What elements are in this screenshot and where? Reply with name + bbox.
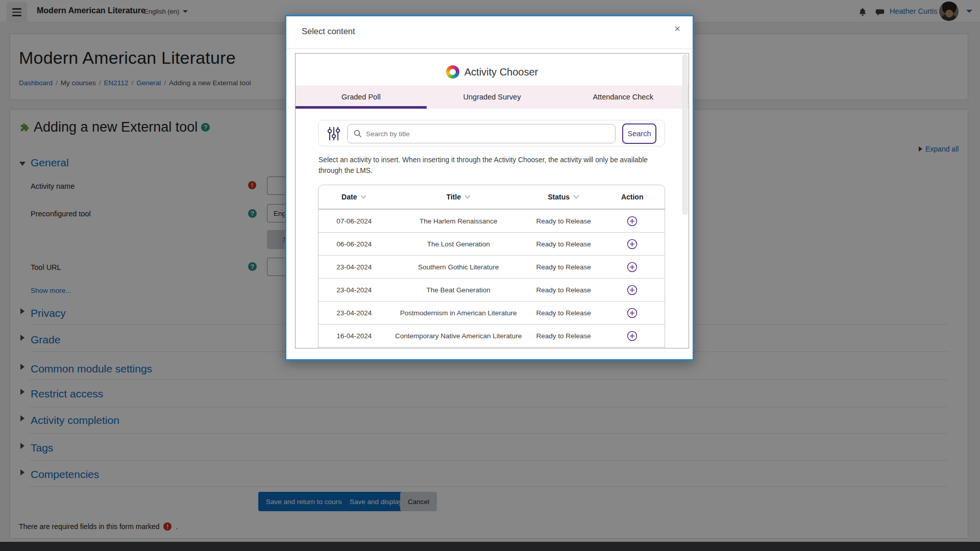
activity-chooser-frame: Activity Chooser Graded Poll Ungraded Su… [295,53,689,348]
row-status: Ready to Release [527,309,600,317]
row-title: The Harlem Renaissance [390,217,527,225]
row-date: 06-06-2024 [318,240,390,248]
table-row: 07-06-2024 The Harlem Renaissance Ready … [318,209,665,232]
sort-chevron-icon [573,195,579,199]
row-date: 16-04-2024 [318,332,390,340]
row-status: Ready to Release [527,286,600,294]
row-title: Southern Gothic Literature [390,263,527,271]
row-status: Ready to Release [527,217,600,225]
search-placeholder: Search by title [366,130,410,138]
table-row: 23-04-2024 Postmodernism in American Lit… [318,301,665,324]
table-row-partial [318,347,665,348]
row-status: Ready to Release [527,263,600,271]
column-header-status[interactable]: Status [527,193,600,201]
chooser-instructions-line1: Select an activity to insert. When inser… [318,156,676,164]
search-icon [354,130,362,138]
search-button[interactable]: Search [622,123,656,144]
add-activity-plus-icon[interactable] [627,331,638,341]
tab-attendance-check[interactable]: Attendance Check [557,85,689,109]
sort-chevron-icon [360,195,366,199]
row-date: 23-04-2024 [318,286,390,294]
table-row: 23-04-2024 Southern Gothic Literature Re… [318,255,665,278]
sort-chevron-icon [464,195,471,199]
column-label: Status [548,193,570,201]
column-label: Title [446,193,461,201]
table-header-row: Date Title Status Action [318,185,665,209]
row-date: 23-04-2024 [318,309,390,317]
table-row: 23-04-2024 The Beat Generation Ready to … [318,278,665,301]
activities-table: Date Title Status Action 07-06-2024 The … [318,185,665,348]
row-title: Contemporary Native American Literature [390,332,527,340]
row-title: The Lost Generation [390,240,527,248]
search-input[interactable]: Search by title [347,124,616,143]
chooser-instructions-line2: through the LMS. [318,167,676,174]
table-row: 16-04-2024 Contemporary Native American … [318,324,665,347]
column-label: Action [621,193,644,201]
chooser-tab-bar: Graded Poll Ungraded Survey Attendance C… [296,85,689,109]
chooser-title-row: Activity Chooser [296,64,689,80]
modal-title: Select content [302,27,355,36]
add-activity-plus-icon[interactable] [627,216,638,227]
add-activity-plus-icon[interactable] [627,262,638,272]
column-header-date[interactable]: Date [318,193,390,201]
column-label: Date [341,193,357,201]
tab-ungraded-survey[interactable]: Ungraded Survey [427,85,558,109]
add-activity-plus-icon[interactable] [627,285,638,295]
row-title: The Beat Generation [390,286,527,294]
search-panel: Search by title Search [318,120,665,146]
tab-graded-poll[interactable]: Graded Poll [296,85,427,109]
table-row: 06-06-2024 The Lost Generation Ready to … [318,232,665,255]
filter-sliders-icon[interactable] [327,126,340,141]
row-title: Postmodernism in American Literature [390,309,527,317]
modal-header-divider [286,48,693,49]
scrollbar-thumb[interactable] [682,55,688,215]
row-status: Ready to Release [527,240,600,248]
column-header-action: Action [600,193,665,201]
add-activity-plus-icon[interactable] [627,308,638,318]
select-content-modal: Select content × Activity Chooser Graded… [285,15,694,361]
activity-chooser-logo-icon [446,65,459,79]
row-status: Ready to Release [527,332,600,340]
screen: Modern American Literature English (en) … [0,0,980,551]
row-date: 23-04-2024 [318,263,390,271]
column-header-title[interactable]: Title [390,193,527,201]
add-activity-plus-icon[interactable] [627,239,638,249]
close-icon[interactable]: × [674,23,680,34]
row-date: 07-06-2024 [318,217,390,225]
chooser-title: Activity Chooser [464,66,538,78]
